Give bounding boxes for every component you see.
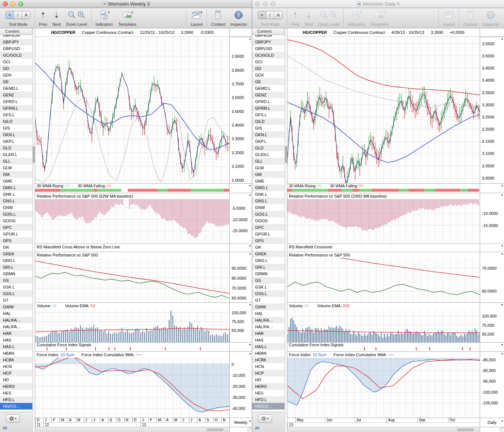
symbol-row[interactable]: GOOG [0, 217, 32, 224]
minimize-button[interactable] [11, 1, 15, 6]
templates-button[interactable]: ▾ Templates [368, 8, 391, 28]
symbol-row[interactable]: GBPJPY [0, 39, 32, 45]
price-axis[interactable]: ▾3.55003.50003.45003.40003.35003.30003.2… [480, 37, 504, 183]
list-filter-label[interactable]: All [255, 426, 259, 430]
scrollbar-thumb[interactable] [33, 146, 35, 163]
symbol-row[interactable]: GNK.L [0, 191, 32, 198]
sidebar-header[interactable]: Content [252, 28, 285, 35]
symbol-row[interactable]: GME [252, 178, 285, 184]
scrollbar-thumb[interactable] [285, 146, 287, 163]
pane-menu-icon[interactable]: ▾ [249, 244, 251, 248]
symbol-list[interactable]: GBPEURGBPJPYGBPUSDGC/GOLDGCIGDGDXGEGEMD.… [0, 35, 32, 412]
force-index-pane[interactable]: Force Index: 10 Sum Force Index Cumulati… [287, 351, 480, 418]
symbol-row[interactable]: GLL [252, 158, 285, 164]
symbol-row[interactable]: GFRM.L [0, 105, 32, 111]
indicators-button[interactable]: ▾ Indicators [93, 8, 116, 28]
symbol-row[interactable]: HAR [252, 330, 285, 337]
symbol-row[interactable]: GPC [0, 224, 32, 231]
force-signals-pane[interactable]: Cumulative Force Index Signals [287, 342, 480, 351]
symbol-row[interactable]: GBPUSD [252, 45, 285, 52]
signals-axis[interactable]: ▾ [230, 342, 252, 351]
symbol-row[interactable]: GRG.L [0, 257, 32, 264]
indicators-button[interactable]: ▾ Indicators [345, 8, 368, 28]
horizontal-scrollbar[interactable] [35, 427, 229, 432]
pane-menu-icon[interactable]: ▾ [501, 244, 503, 248]
symbol-row[interactable]: GSK.L [252, 284, 285, 290]
symbol-row[interactable]: HERO [252, 383, 285, 390]
price-chart[interactable] [287, 37, 480, 183]
symbol-row[interactable]: GSS.L [0, 290, 32, 297]
relperf-chart[interactable] [35, 199, 229, 244]
symbol-row[interactable]: HAS.L [252, 343, 285, 350]
symbol-list[interactable]: GBPEURGBPJPYGBPUSDGC/GOLDGCIGDGDXGEGEMD.… [252, 35, 285, 412]
mansfield-pane[interactable]: RS Mansfield Crossover [287, 244, 480, 252]
pane-menu-icon[interactable]: ▾ [249, 343, 251, 346]
symbol-row[interactable]: GKN.L [252, 131, 285, 138]
symbol-row[interactable]: GKP.L [252, 138, 285, 145]
symbol-row[interactable]: GFRD.L [0, 98, 32, 105]
symbol-row[interactable]: GKP.L [0, 138, 32, 145]
symbol-row[interactable]: GOOG [252, 217, 285, 224]
price-pane[interactable] [287, 37, 480, 183]
volume-chart[interactable] [35, 309, 229, 342]
rs-pane[interactable]: Relative Performance vs S&P 500 [35, 252, 229, 302]
gear-button[interactable]: ▾ [258, 414, 272, 423]
symbol-row[interactable]: GLL [0, 158, 32, 164]
wma-axis[interactable]: ▾ [480, 183, 504, 193]
sidebar-scrollbar[interactable] [32, 28, 35, 432]
symbol-row[interactable]: GBPEUR [252, 35, 285, 39]
crosshair-tool-button[interactable]: + [258, 11, 266, 19]
symbol-row[interactable]: GIS [252, 125, 285, 131]
prev-button[interactable]: Prev [36, 8, 50, 28]
symbol-row[interactable]: GT [0, 297, 32, 304]
symbol-row[interactable]: HCN [252, 363, 285, 370]
symbol-row[interactable]: GD [252, 65, 285, 72]
symbol-row[interactable]: GMG.L [0, 184, 32, 191]
symbol-row[interactable]: GOG.L [252, 211, 285, 217]
symbol-row[interactable]: HCBK [0, 357, 32, 363]
line-tool-button[interactable]: / [14, 11, 22, 19]
symbol-row[interactable]: GOG.L [0, 211, 32, 217]
zoom-level-group[interactable]: Zoom Level [315, 8, 342, 28]
line-tool-button[interactable]: / [266, 11, 274, 19]
symbol-row[interactable]: GR [0, 244, 32, 251]
symbol-row[interactable]: GENZ [252, 92, 285, 98]
symbol-row[interactable]: HG/CO… [252, 403, 285, 410]
sidebar-scrollbar[interactable] [285, 28, 287, 432]
wma-signal-pane[interactable]: 30 WMA Rising: 30 WMA Falling: [35, 183, 229, 193]
symbol-row[interactable]: HAS.L [0, 343, 32, 350]
symbol-row[interactable]: GFRM.L [252, 105, 285, 111]
relperf-chart[interactable] [287, 199, 480, 244]
rs-chart[interactable] [287, 258, 480, 302]
crosshair-tool-button[interactable]: + [6, 11, 14, 19]
scrollbar-thumb[interactable] [207, 428, 224, 431]
relative-performance-baseline-pane[interactable]: Relative Performance vs S&P 500 (52W MA … [35, 193, 229, 244]
symbol-row[interactable]: GKN.L [0, 131, 32, 138]
text-tool-button[interactable]: A [274, 11, 282, 19]
symbol-row[interactable]: GSS.L [252, 290, 285, 297]
symbol-row[interactable]: GFRD.L [252, 98, 285, 105]
symbol-row[interactable]: HBAN [0, 350, 32, 357]
resize-grip-icon[interactable] [499, 427, 504, 432]
symbol-row[interactable]: GRI.L [252, 264, 285, 270]
wma-signal-pane[interactable]: 30 WMA Rising: 30 WMA Falling: [287, 183, 480, 193]
symbol-row[interactable]: GME [0, 178, 32, 184]
rs-chart[interactable] [35, 258, 229, 302]
symbol-row[interactable]: HAL [0, 310, 32, 317]
symbol-row[interactable]: GLW [252, 164, 285, 171]
symbol-row[interactable]: GREK [252, 251, 285, 257]
symbol-row[interactable]: GS [0, 277, 32, 284]
pane-menu-icon[interactable]: ▾ [501, 343, 503, 346]
volume-chart[interactable] [287, 309, 480, 342]
symbol-row[interactable]: HALIFA… [0, 323, 32, 330]
resize-corner[interactable] [480, 427, 504, 432]
symbol-row[interactable]: GILD [252, 118, 285, 125]
symbol-row[interactable]: GSK.L [0, 284, 32, 290]
symbol-row[interactable]: HAL [252, 310, 285, 317]
pane-menu-icon[interactable]: ▾ [249, 352, 251, 355]
force-chart[interactable] [35, 358, 229, 418]
symbol-row[interactable]: GC/GOLD [252, 52, 285, 59]
minimize-button[interactable] [263, 1, 268, 6]
inspector-button[interactable]: i Inspector [228, 8, 250, 28]
symbol-row[interactable]: GPOR.L [252, 231, 285, 237]
